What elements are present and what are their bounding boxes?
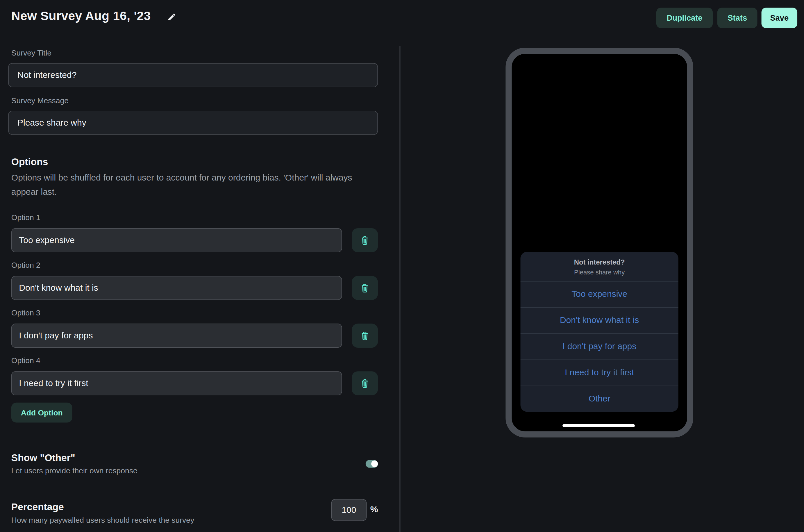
duplicate-button[interactable]: Duplicate (656, 7, 713, 28)
delete-option-1-button[interactable] (352, 228, 378, 252)
dialog-message: Please share why (520, 269, 678, 276)
option-1-input[interactable] (11, 228, 342, 252)
survey-message-label: Survey Message (11, 96, 69, 104)
percentage-input[interactable] (331, 499, 367, 521)
dialog-option-dont-pay[interactable]: I don't pay for apps (520, 334, 678, 360)
delete-option-3-button[interactable] (352, 324, 378, 348)
trash-icon (360, 235, 370, 246)
percentage-description: How many paywalled users should receive … (11, 515, 194, 524)
dialog-title: Not interested? (520, 259, 678, 266)
delete-option-2-button[interactable] (352, 276, 378, 300)
option-2-input[interactable] (11, 276, 342, 300)
show-other-heading: Show "Other" (11, 452, 75, 464)
survey-title-label: Survey Title (11, 48, 52, 57)
dialog-option-other[interactable]: Other (520, 386, 678, 412)
panel-divider (399, 46, 401, 532)
save-button[interactable]: Save (762, 7, 797, 28)
option-2-label: Option 2 (11, 261, 40, 269)
survey-message-input[interactable] (8, 111, 378, 135)
dialog-header: Not interested? Please share why (520, 252, 678, 281)
home-indicator (562, 424, 635, 427)
options-heading: Options (11, 156, 48, 168)
show-other-description: Let users provide their own response (11, 466, 137, 475)
trash-icon (360, 378, 370, 389)
trash-icon (360, 283, 370, 293)
option-3-label: Option 3 (11, 308, 40, 317)
trash-icon (360, 330, 370, 341)
survey-title-input[interactable] (8, 63, 378, 87)
page-title: New Survey Aug 16, '23 (11, 9, 151, 23)
survey-preview-dialog: Not interested? Please share why Too exp… (520, 252, 678, 412)
option-3-input[interactable] (11, 324, 342, 348)
delete-option-4-button[interactable] (352, 371, 378, 395)
dialog-option-dont-know[interactable]: Don't know what it is (520, 307, 678, 334)
add-option-button[interactable]: Add Option (11, 403, 72, 423)
option-1-label: Option 1 (11, 213, 40, 222)
percentage-sign: % (370, 505, 378, 515)
option-4-label: Option 4 (11, 356, 40, 364)
toggle-knob (371, 460, 378, 467)
options-description: Options will be shuffled for each user t… (11, 171, 368, 199)
percentage-heading: Percentage (11, 501, 64, 513)
dialog-option-try-first[interactable]: I need to try it first (520, 360, 678, 386)
show-other-toggle[interactable] (366, 460, 378, 468)
stats-button[interactable]: Stats (717, 7, 758, 28)
option-4-input[interactable] (11, 371, 342, 395)
dialog-option-too-expensive[interactable]: Too expensive (520, 281, 678, 307)
pencil-icon (167, 12, 176, 21)
edit-title-icon[interactable] (167, 12, 176, 21)
